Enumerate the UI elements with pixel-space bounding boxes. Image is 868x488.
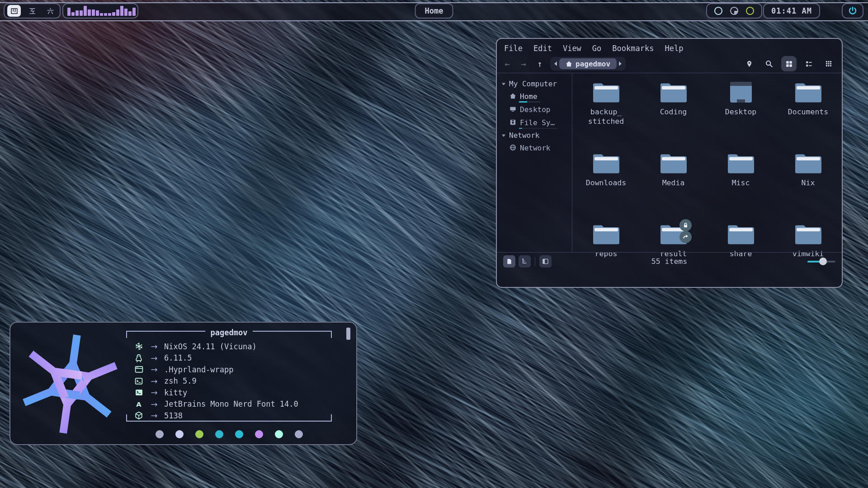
palette-dot-1 [175,430,184,438]
fastfetch-value: zsh 5.9 [164,376,197,385]
toggle-sidepane-button[interactable] [539,255,552,267]
back-button[interactable]: ← [500,57,514,70]
screen-icon [509,106,516,114]
palette-dot-5 [255,430,263,438]
show-places-button[interactable] [503,255,515,267]
path-scroll-left[interactable] [552,58,559,69]
fastfetch-value: JetBrains Mono Nerd Font 14.0 [164,399,298,408]
folder-icon [727,222,755,246]
terminal-cursor [346,328,350,340]
file-item-label: Coding [660,107,687,117]
folder-icon [794,222,822,246]
icon-view-button[interactable] [781,56,797,71]
visualizer-bar [124,9,127,16]
search-button[interactable] [761,56,777,71]
visualizer-bar [92,9,95,16]
folder-icon [727,151,755,175]
penguin-icon [133,354,144,362]
sidebar-section-my-computer[interactable]: My Computer [501,78,572,90]
file-item-Misc[interactable]: Misc [707,151,774,222]
palette-dot-7 [295,430,303,438]
folder-icon [592,80,620,104]
shell-icon [133,377,144,385]
file-item-Nix[interactable]: Nix [774,151,842,222]
visualizer-bar [84,6,87,16]
fastfetch-row-window: →.Hyprland-wrapp [133,364,332,375]
sidebar-item-label: Home [520,92,538,101]
workspace-button-2[interactable] [25,5,39,17]
file-item-Desktop[interactable]: Desktop [707,80,774,151]
hostname: pagedmov [205,328,253,337]
home-icon [566,61,572,67]
file-item-Coding[interactable]: Coding [640,80,707,151]
visualizer-bar [112,12,115,16]
lock-emblem-icon [679,219,692,231]
sidebar-section-label: Network [509,131,539,140]
show-dirtree-button[interactable] [519,255,531,267]
folder-icon [660,151,688,175]
fastfetch-row-terminal: →kitty [133,387,332,399]
palette-dot-0 [156,430,164,438]
path-scroll-right[interactable] [617,58,624,69]
visualizer-bar [71,12,75,16]
zoom-slider-knob[interactable] [819,258,827,265]
file-item-label: Media [662,178,685,188]
up-button[interactable]: ↑ [533,57,547,70]
sidebar-section-network[interactable]: Network [501,129,572,141]
path-segment-home[interactable]: pagedmov [559,58,617,69]
list-view-button[interactable] [801,56,816,71]
arrow-icon: → [144,376,164,386]
sidebar-item-label: Desktop [520,105,550,114]
file-item-label: Downloads [586,178,626,188]
file-item-label: backup_ stitched [588,107,624,126]
file-item-Media[interactable]: Media [640,151,707,222]
zoom-slider[interactable] [807,258,835,266]
status-circle-2-icon[interactable] [729,6,739,16]
file-item-Documents[interactable]: Documents [774,80,842,151]
arrow-icon: → [144,353,164,363]
desktop: { "top_bar": { "workspaces": [ {"label":… [0,0,868,488]
menu-bookmarks[interactable]: Bookmarks [612,44,654,53]
file-item-label: Misc [732,178,750,188]
status-circle-1-icon[interactable] [713,6,723,16]
folder-icon [794,151,822,175]
fastfetch-value: kitty [164,388,187,397]
menu-edit[interactable]: Edit [533,44,552,53]
forward-button[interactable]: → [517,57,530,70]
arrow-icon: → [144,365,164,374]
fastfetch-value: .Hyprland-wrapp [164,365,234,374]
toolbar: ← → ↑ pagedmov [497,55,842,73]
workspace-button-3[interactable] [43,5,57,17]
status-bar: 55 items [497,252,842,270]
folder-grid: backup_ stitchedCodingDesktopDocumentsDo… [572,73,842,252]
clock-text: 01:41 AM [771,6,812,15]
sidebar-item-desktop[interactable]: Desktop [501,103,572,116]
location-button[interactable] [741,56,757,71]
terminal-icon [133,389,144,396]
fastfetch-box: pagedmov →NixOS 24.11 (Vicuna)→6.11.5→.H… [126,331,332,422]
menu-file[interactable]: File [504,44,523,53]
path-bar: pagedmov [550,57,626,70]
menu-go[interactable]: Go [592,44,601,53]
power-button[interactable] [842,3,863,19]
disk-icon [509,119,516,127]
visualizer-bar [128,11,132,16]
status-circle-3-icon[interactable] [745,6,755,16]
power-icon [848,6,858,16]
nix-icon [133,342,144,351]
menu-help[interactable]: Help [665,44,683,53]
sidebar-item-home[interactable]: Home [501,90,572,103]
file-item-backup__stitched[interactable]: backup_ stitched [572,80,640,151]
file-item-label: Desktop [725,107,757,117]
workspace-button-1[interactable] [7,5,21,17]
menu-view[interactable]: View [563,44,581,53]
sidebar-item-filesy[interactable]: File Sy… [501,116,572,129]
workspace-switcher [4,3,61,19]
file-item-Downloads[interactable]: Downloads [572,151,640,222]
folder-icon [592,151,620,175]
folder-icon [660,222,688,246]
sidebar-item-label: Network [520,144,550,153]
visualizer-bar [96,10,99,16]
sidebar-item-network[interactable]: Network [501,141,572,155]
compact-view-button[interactable] [821,56,836,71]
